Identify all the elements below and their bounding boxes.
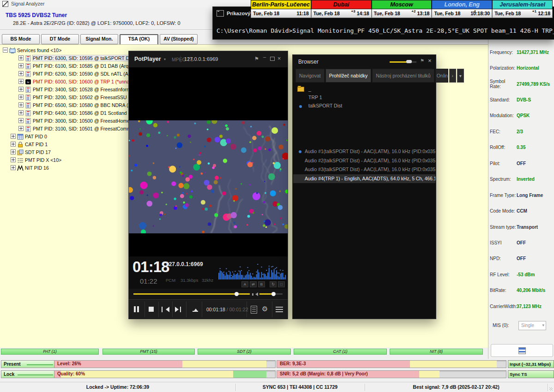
folder-icon[interactable] <box>297 87 304 92</box>
mode-button-tsa-ok-[interactable]: TSA (OK) <box>120 34 158 45</box>
tree-service-row[interactable]: PMT PID: 6500, SID: 10580 @ BBC NDRA (Ar… <box>3 101 128 109</box>
tuner-name: TBS 5925 DVBS2 Tuner <box>6 12 67 18</box>
pin-icon[interactable]: ⚑ <box>254 56 259 62</box>
mode-button-dt-mode[interactable]: DT Mode <box>41 34 79 44</box>
terminal-prompt-line[interactable]: C:\Users\Roman Dávid>Signal Monitoring_P… <box>217 27 554 34</box>
signal-analyzer-window: Signal Analyzer ^ TBS 5925 DVBS2 Tuner 2… <box>0 0 554 392</box>
audio-track-row[interactable]: Audio #1(talkSPORT Dist) - AAC(LATM), 16… <box>293 147 435 156</box>
close-icon[interactable]: × <box>428 57 432 64</box>
pid-progress-sdt-2-: SDT (2) <box>198 349 291 355</box>
expand-box-icon[interactable] <box>18 87 24 92</box>
expand-box-icon[interactable] <box>18 79 24 84</box>
volume-handle[interactable] <box>271 292 276 296</box>
expand-box-icon[interactable] <box>18 110 24 115</box>
player-titlebar[interactable]: PotPlayer ▾ MPEG TS 127.0.0.1:6969 ⚑ – × <box>129 51 288 67</box>
player-mini-button-2[interactable]: B <box>258 281 265 287</box>
param-row: Frame Type:Long Frame <box>490 187 553 203</box>
expand-box-icon[interactable] <box>11 165 16 170</box>
pause-button[interactable] <box>137 306 139 312</box>
tree-service-row[interactable]: PMT PID: 3400, SID: 10528 @ FreesatInfor… <box>3 85 128 93</box>
browser-item-trp1[interactable]: TRP 1 <box>308 95 322 100</box>
browser-tab-2[interactable]: Nástroj procházení titulků <box>372 69 434 83</box>
expand-box-icon[interactable] <box>18 102 24 107</box>
app-window-icon <box>2 1 8 7</box>
player-mini-button-1[interactable]: ⇄ <box>250 281 257 287</box>
mis-dropdown[interactable]: Single ▾ <box>518 321 546 330</box>
player-mini-button-3[interactable]: ↻ <box>270 281 277 287</box>
expand-box-icon[interactable] <box>18 126 24 131</box>
tree-service-row[interactable]: PMT PID: 6200, SID: 10590 @ SDL nATL (Ar… <box>3 70 128 77</box>
collapse-box-icon[interactable] <box>3 48 8 53</box>
next-button[interactable] <box>180 307 181 312</box>
tree-service-row[interactable]: PMT PID: 3100, SID: 10501 @ FreesatCommo… <box>3 125 128 132</box>
hamburger-menu-icon[interactable] <box>276 307 283 308</box>
close-icon[interactable]: × <box>277 55 281 62</box>
folder-up-item[interactable]: _ <box>308 86 311 92</box>
browser-item-talksport[interactable]: talkSPORT Dist <box>308 103 342 108</box>
player-mini-button-0[interactable]: A <box>241 281 248 287</box>
table-view-button[interactable] <box>491 344 553 357</box>
expand-box-icon[interactable] <box>11 142 16 147</box>
stop-button[interactable] <box>149 307 154 312</box>
seek-handle[interactable] <box>235 292 239 296</box>
audio-track-label: Audio #1(talkSPORT Dist) - AAC(LATM), 16… <box>305 147 435 156</box>
video-area[interactable] <box>129 67 288 256</box>
browser-tab-1[interactable]: Prohlížeč nabídky <box>325 69 371 83</box>
tree-table-row[interactable]: PAT PID 0 <box>3 132 128 140</box>
speaker-icon[interactable] <box>253 292 258 296</box>
expand-box-icon[interactable] <box>18 118 24 123</box>
pin-icon[interactable]: ⚑ <box>420 58 424 63</box>
tree-service-row[interactable]: tvPMT PID: 6000, SID: 10600 @ TRP 1 (*un… <box>3 77 128 85</box>
gear-icon[interactable]: ⚙ <box>262 305 268 313</box>
browser-tab-3[interactable]: Onlin <box>435 69 448 83</box>
browser-window[interactable]: Browser ⚑ × NavigovatProhlížeč nabídkyNá… <box>292 54 436 319</box>
audio-track-row[interactable]: Audio #3(talkSPORT Dist) - AAC(LATM), 16… <box>293 165 435 174</box>
mode-button-av-stopped-[interactable]: AV (Stopped) <box>160 34 198 44</box>
playlist-icon[interactable] <box>251 306 257 314</box>
param-row: FEC:2/3 <box>490 124 553 139</box>
opacity-slider-handle[interactable] <box>406 60 412 63</box>
param-row: CarrierWidth:37,123 MHz <box>490 298 553 314</box>
expand-box-icon[interactable] <box>11 134 16 139</box>
tab-list-dropdown-icon[interactable]: ▾ <box>457 69 464 83</box>
tab-scroll-right-icon[interactable]: › <box>449 69 456 83</box>
tree-table-row[interactable]: PMT PID X <10> <box>3 156 128 164</box>
tree-service-row[interactable]: PMT PID: 3000, SID: 10500 @ FreesatHome … <box>3 117 128 125</box>
previous-button[interactable] <box>162 307 163 312</box>
clock-time-row: Tue, Feb 1811:18 <box>251 9 311 18</box>
maximize-icon[interactable] <box>270 57 275 61</box>
audio-track-row[interactable]: Audio #2(talkSPORT Dist) - AAC(LATM), 16… <box>293 156 435 165</box>
expand-box-icon[interactable] <box>18 95 24 100</box>
clock-cell: Jerusalem-IsraelTue, Feb 18+112:18 <box>492 0 553 18</box>
expand-box-icon[interactable] <box>18 71 24 76</box>
tree-service-row[interactable]: PMT PID: 3200, SID: 10502 @ FreesatSSU (… <box>3 93 128 101</box>
world-clock-strip: Berlin-Paris-LučenecTue, Feb 1811:18Duba… <box>251 0 553 18</box>
mode-button-signal-mon-[interactable]: Signal Mon. <box>80 34 118 44</box>
audio-track-row[interactable]: Audio #4(TRP 1) - English, AAC(ADTS), 64… <box>293 174 435 183</box>
expand-box-icon[interactable] <box>18 63 24 68</box>
chevron-down-icon: ▾ <box>542 323 544 327</box>
resize-grip[interactable] <box>549 387 553 391</box>
expand-box-icon[interactable] <box>11 157 16 162</box>
expand-box-icon[interactable] <box>18 55 24 60</box>
previous-button[interactable] <box>163 307 169 312</box>
eject-button[interactable] <box>193 311 198 312</box>
expand-box-icon[interactable] <box>11 149 16 154</box>
player-mini-button-4[interactable]: □ <box>278 281 285 287</box>
browser-tab-0[interactable]: Navigovat <box>295 69 325 83</box>
mode-button-bs-mode[interactable]: BS Mode <box>2 34 40 44</box>
tree-service-row[interactable]: PMT PID: 6100, SID: 10585 @ D1 DAB (Arqi… <box>3 62 128 70</box>
minimize-icon[interactable]: – <box>263 54 266 59</box>
flag-line <box>27 364 53 365</box>
tree-root-row[interactable]: Services found <10> <box>3 46 128 54</box>
potplayer-window[interactable]: PotPlayer ▾ MPEG TS 127.0.0.1:6969 ⚑ – ×… <box>128 51 288 319</box>
tree-service-row[interactable]: PMT PID: 6300, SID: 10595 @ talkSPORT Di… <box>3 54 128 62</box>
tree-table-row[interactable]: SDT PID 17 <box>3 148 128 156</box>
parameter-list: Frequency:11427,371 MHzPolarization:Hori… <box>490 44 553 314</box>
tree-table-row[interactable]: CAT PID 1 <box>3 140 128 148</box>
pause-button[interactable] <box>134 306 136 312</box>
pmt-table-icon <box>25 102 31 108</box>
tree-table-row[interactable]: NIT PID 16 <box>3 164 128 172</box>
chevron-down-icon[interactable]: ▾ <box>164 57 166 61</box>
tree-service-row[interactable]: PMT PID: 6400, SID: 10586 @ D1 Scotland … <box>3 109 128 117</box>
